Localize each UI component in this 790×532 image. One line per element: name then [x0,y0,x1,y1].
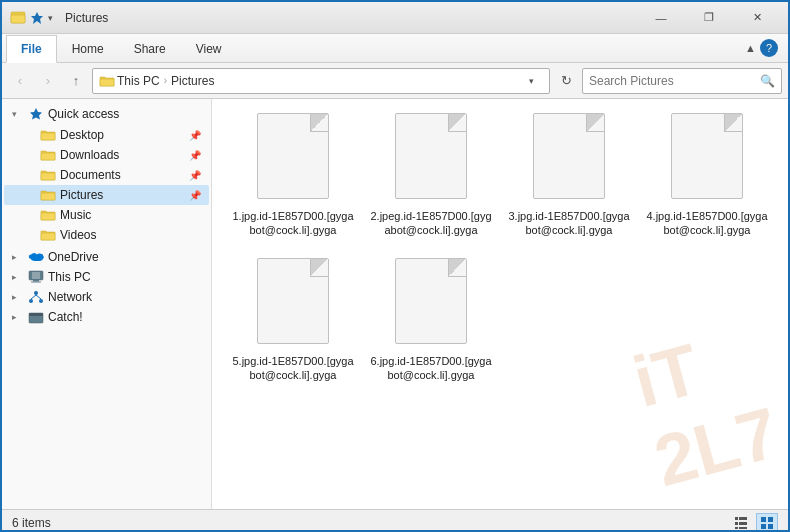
ribbon: File Home Share View ▲ ? [2,34,788,63]
sidebar-item-pictures-label: Pictures [60,188,183,202]
svg-rect-13 [33,280,39,282]
svg-rect-9 [41,213,55,220]
file-name-file5: 5.jpg.id-1E857D00.[gygabot@cock.li].gyga [232,354,354,383]
sidebar-quick-access-label: Quick access [48,107,201,121]
tab-file[interactable]: File [6,35,57,63]
sidebar-item-downloads[interactable]: ▸ Downloads 📌 [4,145,209,165]
file-name-file2: 2.jpeg.id-1E857D00.[gygabot@cock.li].gyg… [370,209,492,238]
svg-rect-1 [11,15,25,23]
svg-rect-12 [32,272,40,279]
file-icon-file1 [253,113,333,203]
file-item-file6[interactable]: 6.jpg.id-1E857D00.[gygabot@cock.li].gyga [366,252,496,389]
file-item-file2[interactable]: 2.jpeg.id-1E857D00.[gygabot@cock.li].gyg… [366,107,496,244]
file-item-file5[interactable]: 5.jpg.id-1E857D00.[gygabot@cock.li].gyga [228,252,358,389]
svg-rect-8 [41,193,55,200]
onedrive-icon [28,251,44,263]
sidebar-item-videos[interactable]: ▸ Videos [4,225,209,245]
file-item-file1[interactable]: 1.jpg.id-1E857D00.[gygabot@cock.li].gyga [228,107,358,244]
sidebar-item-catch[interactable]: ▸ Catch! [4,307,209,327]
pin-icon-pictures: 📌 [189,190,201,201]
sidebar-item-desktop-label: Desktop [60,128,183,142]
list-view-button[interactable] [730,513,752,533]
svg-rect-10 [41,233,55,240]
svg-line-18 [31,295,36,299]
svg-rect-22 [735,517,738,520]
search-input[interactable] [589,74,760,88]
minimize-button[interactable]: — [638,5,684,31]
large-icons-view-button[interactable] [756,513,778,533]
catch-icon [28,310,44,324]
forward-button[interactable]: › [36,69,60,93]
svg-rect-5 [41,133,55,140]
sidebar-item-music-label: Music [60,208,201,222]
file-icon-file2 [391,113,471,203]
search-box: 🔍 [582,68,782,94]
star-icon [28,106,44,122]
sidebar-item-music[interactable]: ▸ Music [4,205,209,225]
refresh-button[interactable]: ↻ [554,69,578,93]
status-bar: 6 items [2,509,788,532]
item-count: 6 items [12,516,51,530]
sidebar-item-onedrive[interactable]: ▸ OneDrive [4,247,209,267]
close-button[interactable]: ✕ [734,5,780,31]
sidebar-item-pictures[interactable]: ▸ Pictures 📌 [4,185,209,205]
file-item-file3[interactable]: 3.jpg.id-1E857D00.[gygabot@cock.li].gyga [504,107,634,244]
sidebar-item-desktop[interactable]: ▸ Desktop 📌 [4,125,209,145]
computer-icon [28,270,44,284]
sidebar-item-network-label: Network [48,290,201,304]
file-item-file4[interactable]: 4.jpg.id-1E857D00.[gygabot@cock.li].gyga [642,107,772,244]
svg-rect-28 [761,517,766,522]
arrow-catch: ▸ [12,312,24,322]
svg-marker-4 [30,108,42,120]
sidebar-item-documents-label: Documents [60,168,183,182]
svg-rect-7 [41,173,55,180]
help-button[interactable]: ? [760,39,778,57]
sidebar-item-thispc[interactable]: ▸ This PC [4,267,209,287]
file-name-file3: 3.jpg.id-1E857D00.[gygabot@cock.li].gyga [508,209,630,238]
dropdown-arrow-tb[interactable]: ▾ [48,13,53,23]
sidebar-item-documents[interactable]: ▸ Documents 📌 [4,165,209,185]
file-icon-file6 [391,258,471,348]
svg-marker-2 [31,12,43,24]
svg-rect-23 [739,517,747,520]
svg-point-17 [39,299,43,303]
folder-icon-documents [40,168,56,182]
svg-rect-31 [768,524,773,529]
back-button[interactable]: ‹ [8,69,32,93]
file-grid: 1.jpg.id-1E857D00.[gygabot@cock.li].gyga… [228,107,772,388]
view-controls [730,513,778,533]
breadcrumb-pictures[interactable]: Pictures [171,74,214,88]
file-icon-file4 [667,113,747,203]
tab-share[interactable]: Share [119,35,181,63]
pin-icon-downloads: 📌 [189,150,201,161]
file-name-file1: 1.jpg.id-1E857D00.[gygabot@cock.li].gyga [232,209,354,238]
svg-point-16 [29,299,33,303]
tab-view[interactable]: View [181,35,237,63]
tab-home[interactable]: Home [57,35,119,63]
svg-rect-3 [100,79,114,86]
folder-icon-downloads [40,148,56,162]
file-icon-file5 [253,258,333,348]
quick-access-icon [10,10,26,26]
svg-point-15 [34,291,38,295]
svg-rect-24 [735,522,738,525]
pin-icon-tb[interactable] [30,11,44,25]
address-dropdown-arrow[interactable]: ▾ [519,76,543,86]
svg-line-19 [36,295,41,299]
svg-rect-25 [739,522,747,525]
address-box[interactable]: This PC › Pictures ▾ [92,68,550,94]
sidebar-item-videos-label: Videos [60,228,201,242]
sidebar-item-onedrive-label: OneDrive [48,250,201,264]
maximize-button[interactable]: ❐ [686,5,732,31]
sidebar-item-downloads-label: Downloads [60,148,183,162]
sidebar-section-quick-access: ▾ Quick access ▸ Desktop 📌 ▸ [2,103,211,245]
sidebar-item-network[interactable]: ▸ Network [4,287,209,307]
breadcrumb-thispc[interactable]: This PC [117,74,160,88]
search-icon[interactable]: 🔍 [760,74,775,88]
ribbon-tabs: File Home Share View ▲ ? [2,34,788,62]
ribbon-collapse-btn[interactable]: ▲ [745,42,756,54]
sidebar-quick-access[interactable]: ▾ Quick access [4,103,209,125]
file-name-file4: 4.jpg.id-1E857D00.[gygabot@cock.li].gyga [646,209,768,238]
title-bar-controls: — ❐ ✕ [638,5,780,31]
up-button[interactable]: ↑ [64,69,88,93]
